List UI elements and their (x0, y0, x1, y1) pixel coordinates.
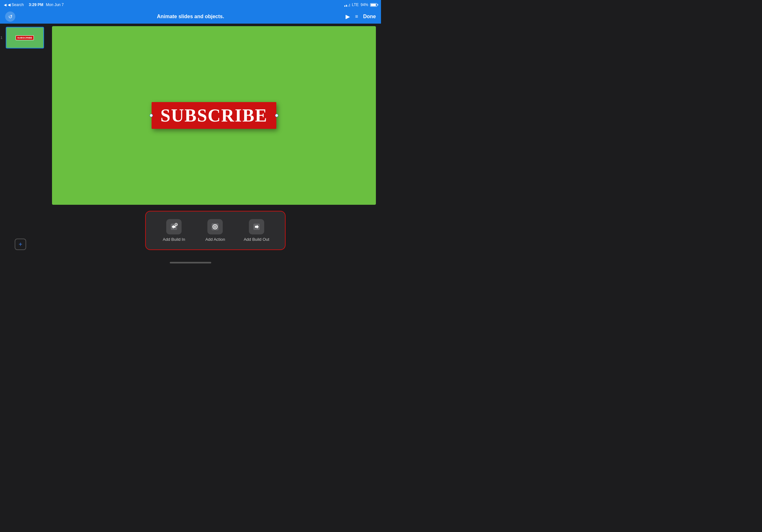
slide-thumbnail[interactable]: SUBSCRIBE (6, 27, 44, 48)
home-indicator (170, 262, 211, 263)
action-label: Add Action (205, 237, 225, 242)
undo-icon: ↺ (8, 14, 12, 20)
main-layout: 1 SUBSCRIBE + SUBSCRIBE (0, 24, 381, 266)
subscribe-text: SUBSCRIBE (161, 105, 267, 125)
status-left: ◀ ◀ Search 3:29 PM Mon Jun 7 (4, 3, 64, 7)
toolbar-left: ↺ (5, 12, 15, 22)
status-right: LTE 94% (344, 3, 377, 7)
build-out-label: Add Build Out (244, 237, 269, 242)
signal-bars-icon (344, 3, 350, 7)
subscribe-box: SUBSCRIBE (152, 102, 276, 129)
back-arrow[interactable]: ◀ (4, 3, 6, 7)
status-bar: ◀ ◀ Search 3:29 PM Mon Jun 7 LTE 94% (0, 0, 381, 10)
battery-percent: 94% (360, 3, 368, 7)
add-build-in-button[interactable]: ⊙ Add Build In (153, 217, 194, 244)
done-button[interactable]: Done (363, 14, 376, 20)
selection-handle-right[interactable] (275, 114, 278, 117)
add-slide-button[interactable]: + (15, 238, 26, 250)
slide-number: 1 (1, 36, 3, 39)
list-button[interactable]: ≡ (355, 14, 358, 20)
thumb-subscribe-text: SUBSCRIBE (16, 35, 34, 40)
build-in-label: Add Build In (163, 237, 185, 242)
slide-thumbnail-container: 1 SUBSCRIBE (6, 27, 44, 48)
status-time: 3:29 PM (29, 3, 43, 7)
battery-icon (370, 3, 377, 7)
status-date: Mon Jun 7 (46, 3, 64, 7)
plus-icon: + (19, 241, 22, 248)
animation-panel-container: ⊙ Add Build In Add A (145, 211, 286, 250)
slides-sidebar: 1 SUBSCRIBE + (0, 24, 49, 266)
subscribe-element[interactable]: SUBSCRIBE (152, 102, 276, 129)
toolbar-title: Animate slides and objects. (157, 14, 224, 20)
toolbar-right: ▶ ≡ Done (345, 13, 376, 20)
toolbar: ↺ Animate slides and objects. ▶ ≡ Done (0, 10, 381, 24)
svg-point-8 (215, 227, 215, 227)
lte-label: LTE (352, 3, 359, 7)
undo-button[interactable]: ↺ (5, 12, 15, 22)
search-label[interactable]: ◀ Search (8, 3, 24, 7)
add-build-out-button[interactable]: Add Build Out (236, 217, 277, 244)
build-out-icon (249, 219, 264, 234)
add-action-button[interactable]: Add Action (194, 217, 236, 244)
animation-panel: ⊙ Add Build In Add A (145, 211, 286, 250)
canvas-area: SUBSCRIBE ⊙ (49, 24, 381, 266)
play-button[interactable]: ▶ (345, 13, 350, 20)
selection-handle-left[interactable] (150, 114, 153, 117)
action-icon (207, 219, 223, 234)
build-in-icon: ⊙ (166, 219, 182, 234)
svg-text:⊙: ⊙ (175, 224, 177, 226)
slide-canvas[interactable]: SUBSCRIBE (52, 26, 376, 205)
